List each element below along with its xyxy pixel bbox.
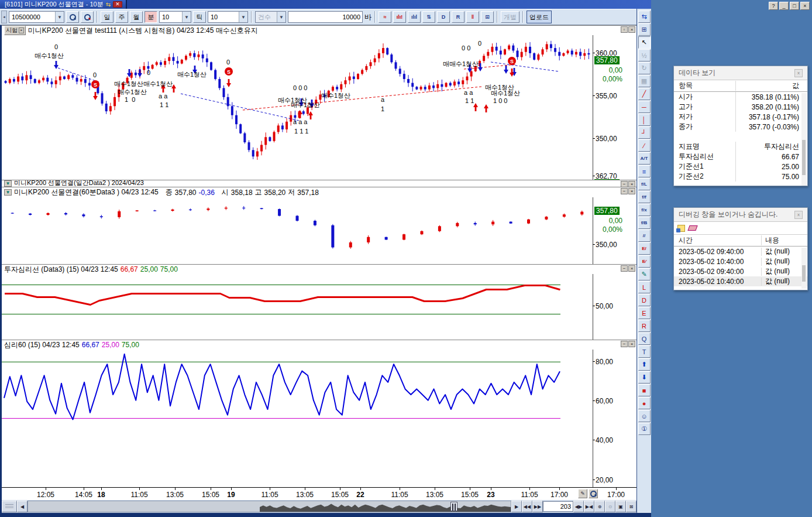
text-t-icon[interactable]: T <box>638 345 651 358</box>
data-view-row[interactable]: 기준선275.00 <box>674 172 807 182</box>
bar-count-input[interactable] <box>288 11 363 23</box>
debug-row[interactable]: 2023-05-02 09:40:00값 (null) <box>674 246 807 256</box>
upload-button[interactable]: 업로드 <box>527 11 552 23</box>
tick-combo[interactable]: 10 ▼ <box>208 11 248 23</box>
pattern-d-icon[interactable]: D <box>638 294 651 306</box>
data-view-row[interactable] <box>674 132 807 142</box>
zoom-in-button[interactable]: ⊕ <box>594 501 605 512</box>
main-candle-chart[interactable]: SSS 0매수1청산a a1 10매수1청산매수1청산매수1청산1 00매수1청… <box>2 35 593 180</box>
scrollbar-thumb[interactable] <box>802 140 806 175</box>
close-scroll-button[interactable]: ⊠ <box>626 501 636 512</box>
chip-close-icon[interactable]: × <box>19 28 24 33</box>
fib-b-icon[interactable]: f/B <box>638 217 651 229</box>
red-square-icon[interactable]: ■ <box>638 384 651 396</box>
data-view-row[interactable]: 투자심리선66.67 <box>674 152 807 162</box>
data-view-row[interactable]: 기준선125.00 <box>674 162 807 172</box>
period-week-button[interactable]: 주 <box>115 11 128 23</box>
signal-line-icon[interactable]: ≈ <box>379 11 391 23</box>
expand-arrow-icon[interactable]: ▼ <box>4 189 12 196</box>
search-button[interactable] <box>66 11 79 23</box>
minimize-button[interactable]: _ <box>779 2 789 10</box>
data-view-titlebar[interactable]: 데이타 보기 x <box>674 66 807 80</box>
panel-minimize-button[interactable]: ▫ <box>621 26 628 33</box>
smiley-icon[interactable]: ☺ <box>638 410 651 422</box>
scrollbar-thumb[interactable] <box>802 265 806 282</box>
panel-close-button[interactable]: × <box>628 188 635 194</box>
fit-view-button[interactable]: ▣ <box>615 501 626 512</box>
data-view-row[interactable]: 지표명투자심리선 <box>674 142 807 152</box>
help-button[interactable]: ? <box>769 2 778 10</box>
symbol-combo[interactable]: 10500000 ▼ <box>9 11 64 23</box>
vertical-line-icon[interactable]: │ <box>638 114 651 126</box>
maximize-button[interactable]: □ <box>790 2 799 10</box>
minute-combo[interactable]: 10 ▼ <box>159 11 191 23</box>
panel-minimize-button[interactable]: − <box>621 188 628 194</box>
period-minute-button[interactable]: 분 <box>144 11 157 23</box>
parallel-lines-icon[interactable]: // <box>638 230 651 242</box>
tab-close-icon[interactable]: ✕ <box>113 1 122 8</box>
axis-zoom-button[interactable] <box>589 489 598 498</box>
visible-bars-input[interactable] <box>543 501 573 512</box>
compare-chart-icon[interactable]: ‖ <box>466 11 479 23</box>
panel-scrollbar[interactable] <box>801 93 807 186</box>
m60-candle-chart[interactable] <box>2 197 593 264</box>
panel-close-button[interactable]: × <box>628 265 635 272</box>
eraser-icon[interactable] <box>687 225 697 231</box>
panel-close-button[interactable]: × <box>628 26 635 33</box>
scrollbar-thumb[interactable] <box>450 502 457 511</box>
debug-row[interactable]: 2023-05-02 09:40:00값 (null) <box>674 266 807 276</box>
panel-minimize-button[interactable]: − <box>621 265 628 272</box>
period-month-button[interactable]: 월 <box>130 11 143 23</box>
grid-chart-icon[interactable]: ⊞ <box>481 11 494 23</box>
tick-button[interactable]: 틱 <box>193 11 206 23</box>
search-prev-button[interactable] <box>81 11 94 23</box>
step-line-icon[interactable]: ┘ <box>638 126 651 139</box>
scroll-grip-button[interactable] <box>2 501 17 512</box>
doc-r-icon[interactable]: R <box>452 11 465 23</box>
expand-arrow-icon[interactable]: ▼ <box>4 180 12 187</box>
note-icon[interactable] <box>677 225 685 232</box>
data-view-row[interactable]: 고가358.20 (0.11%) <box>674 102 807 112</box>
scroll-left-button[interactable]: ◀ <box>17 501 27 512</box>
text-tool-icon[interactable]: A/T <box>638 152 651 165</box>
multi-line-icon[interactable]: ≡ <box>638 165 651 177</box>
chart-box-icon[interactable]: ⊞ <box>638 23 651 36</box>
period-day-button[interactable]: 일 <box>101 11 113 23</box>
bar-pattern-icon[interactable]: L <box>638 281 651 293</box>
data-view-row[interactable]: 시가358.18 (0.11%) <box>674 92 807 102</box>
psych-line-chart[interactable] <box>2 274 593 340</box>
chevron-down-icon[interactable]: ▼ <box>55 12 64 22</box>
panel-scrollbar[interactable] <box>801 248 807 289</box>
axis-edit-button[interactable]: ✎ <box>578 489 587 498</box>
scrollbar-track[interactable] <box>27 501 511 512</box>
expand-bars-button[interactable]: ▶◀ <box>584 501 594 512</box>
data-view-row[interactable]: 저가357.18 (-0.17%) <box>674 112 807 122</box>
debug-row[interactable]: 2023-05-02 10:40:00값 (null) <box>674 256 807 266</box>
ray-line-icon[interactable]: ⁄ <box>638 139 651 152</box>
close-icon[interactable]: x <box>794 211 803 219</box>
elliott-e2-icon[interactable]: E⁄ <box>638 255 651 268</box>
chevron-down-icon[interactable]: ▼ <box>182 12 191 22</box>
scroll-page-left-button[interactable]: ◀◀ <box>522 501 532 512</box>
red-circle-icon[interactable]: ● <box>638 397 651 409</box>
system-test-chip[interactable]: 시험 × <box>4 26 26 35</box>
fib-l-icon[interactable]: f/L <box>638 178 651 190</box>
arrow-up-icon[interactable]: ⬆ <box>638 358 651 371</box>
dot-chart-icon[interactable]: ılı! <box>393 11 406 23</box>
close-button[interactable]: × <box>800 2 810 10</box>
pattern-r-icon[interactable]: R <box>638 320 651 332</box>
arrow-down-icon[interactable]: ⬇ <box>638 371 651 384</box>
panel-minimize-button[interactable]: − <box>621 181 628 187</box>
sort-updown-icon[interactable]: ⇅ <box>422 11 435 23</box>
compress-bars-button[interactable]: ◀▶ <box>573 501 584 512</box>
trendline-icon[interactable]: ╱ <box>638 88 651 100</box>
panel-minimize-button[interactable]: − <box>621 341 628 347</box>
pointer-arrow-icon[interactable]: ↖ <box>638 36 651 49</box>
horizontal-line-icon[interactable]: ─ <box>638 101 651 113</box>
doc-d-icon[interactable]: D <box>437 11 450 23</box>
scroll-page-right-button[interactable]: ▶▶ <box>532 501 543 512</box>
toolbar-scroll-left-button[interactable]: ◂ <box>1 11 7 23</box>
panel-close-button[interactable]: × <box>628 181 635 187</box>
scroll-right-button[interactable]: ▶ <box>511 501 522 512</box>
pattern-e-icon[interactable]: E <box>638 307 651 319</box>
